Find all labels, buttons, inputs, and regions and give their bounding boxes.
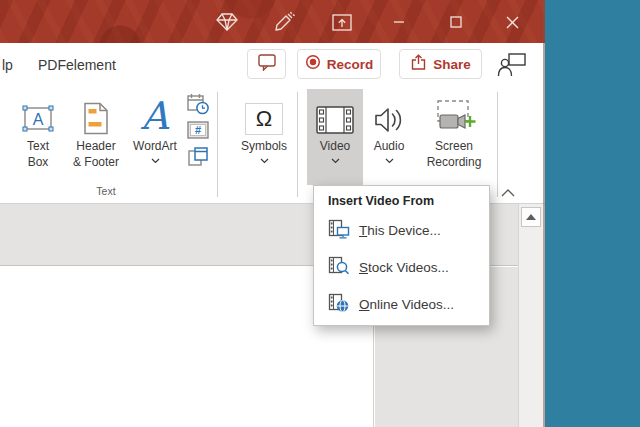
wordart-chevron-down-icon [151,157,160,165]
svg-text:#: # [195,124,201,136]
video-chevron-down-icon [331,157,340,165]
share-label: Share [433,57,471,72]
popout-window-icon[interactable] [330,11,354,33]
menu-item-this-device[interactable]: This Device... [314,212,489,249]
comments-button[interactable] [247,49,286,79]
symbols-label: Symbols [241,139,287,153]
audio-label: Audio [374,139,405,153]
tab-help-partial[interactable]: lp [2,57,13,73]
group-divider [497,92,498,197]
text-box-icon: A [19,93,57,135]
dropdown-header: Insert Video From [314,186,489,212]
text-box-button[interactable]: A Text Box [12,89,64,184]
omega-symbol-icon: Ω [245,93,283,135]
tab-pdfelement[interactable]: PDFelement [38,57,116,73]
audio-button[interactable]: Audio [364,89,414,184]
screen-recording-icon [431,93,477,135]
record-button[interactable]: Record [297,49,381,79]
close-icon[interactable] [500,11,524,33]
powerpoint-window: lp PDFelement Record Share [0,0,545,427]
comment-icon [258,54,276,75]
header-footer-label-line2: & Footer [73,154,119,170]
menu-item-label: This Device... [359,223,441,238]
minimize-icon[interactable] [387,11,411,33]
video-from-device-icon [328,219,350,243]
screen-recording-label-line1: Screen [427,138,482,154]
menu-item-online-videos[interactable]: Online Videos... [314,286,489,323]
group-divider [217,92,218,197]
header-footer-label-line1: Header [73,138,119,154]
window-right-edge [543,0,545,427]
header-footer-button[interactable]: Header & Footer [66,89,126,184]
draw-marker-icon[interactable] [272,11,296,33]
title-bar [0,0,545,43]
record-dot-icon [305,54,321,74]
text-group-label: Text [66,185,146,197]
text-box-label-line1: Text [27,138,49,154]
wordart-button[interactable]: A WordArt [126,89,184,184]
audio-chevron-down-icon [385,157,394,165]
vertical-scrollbar[interactable] [518,204,543,427]
video-button[interactable]: Video [307,89,363,184]
insert-object-button[interactable] [186,145,210,169]
record-label: Record [327,57,374,72]
header-footer-icon [82,93,110,135]
share-button[interactable]: Share [399,49,482,79]
online-videos-icon [328,293,350,317]
menu-item-stock-videos[interactable]: Stock Videos... [314,249,489,286]
wordart-icon: A [135,93,175,135]
slide-number-button[interactable]: # [186,118,210,142]
stock-videos-icon [328,256,350,280]
audio-icon [373,93,405,135]
share-icon [410,54,427,74]
svg-text:A: A [140,97,170,135]
gem-icon[interactable] [215,11,239,33]
maximize-icon[interactable] [444,11,468,33]
svg-text:A: A [33,111,44,128]
screen-recording-button[interactable]: Screen Recording [414,89,494,184]
group-divider [297,92,298,197]
date-time-button[interactable] [186,92,210,116]
ribbon-tab-row: lp PDFelement Record Share [0,43,545,88]
video-icon [315,93,355,135]
menu-item-label: Online Videos... [359,297,454,312]
text-box-label-line2: Box [27,154,49,170]
symbols-button[interactable]: Ω Symbols [235,89,293,184]
scroll-up-button[interactable] [521,207,541,227]
symbols-chevron-down-icon [260,157,269,165]
screen-recording-label-line2: Recording [427,154,482,170]
video-label: Video [320,139,350,153]
wordart-label: WordArt [133,139,177,153]
presenter-icon[interactable] [497,52,527,82]
collapse-ribbon-chevron-icon[interactable] [500,186,516,200]
insert-video-dropdown-menu: Insert Video From This Device... [313,185,490,326]
menu-item-label: Stock Videos... [359,260,449,275]
